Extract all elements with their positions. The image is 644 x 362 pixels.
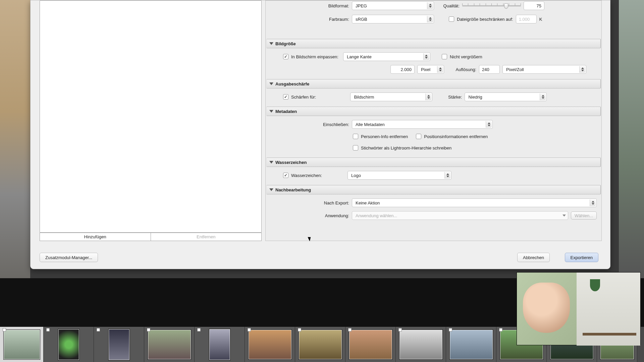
thumbnail[interactable] [195,327,245,362]
quality-slider[interactable] [462,2,521,9]
choose-application-button: Wählen... [571,212,597,220]
quality-label: Qualität: [443,3,460,8]
thumbnail[interactable] [295,327,345,362]
watermark-select[interactable]: Logo [347,171,451,180]
sharpen-amount-select[interactable]: Niedrig [465,93,547,101]
keyword-hierarchy-label: Stichwörter als Lightroom-Hierarchie sch… [361,145,451,150]
section-header-metadata[interactable]: Metadaten [266,107,601,116]
after-export-label: Nach Export: [270,200,349,205]
resolution-label: Auflösung: [447,67,476,72]
cancel-button[interactable]: Abbrechen [517,253,550,262]
export-dialog: Hinzufügen Entfernen Bildformat: JPEG Qu… [30,0,610,269]
thumbnail[interactable] [245,327,295,362]
fit-checkbox[interactable] [283,54,288,59]
remove-location-label: Positionsinformationen entfernen [424,134,488,139]
resolution-unit-select[interactable]: Pixel/Zoll [502,65,586,74]
limit-size-label: Dateigröße beschränken auf: [457,17,513,22]
application-combo: Anwendung wählen... [352,211,568,220]
sharpen-for-label: Schärfen für: [291,95,316,100]
webcam-overlay [517,272,641,345]
preset-panel: Hinzufügen Entfernen [40,0,262,241]
thumbnail[interactable] [94,327,144,362]
limit-size-field: 1.000 [516,15,537,23]
watermark-label: Wasserzeichen: [291,173,322,178]
metadata-include-label: Einschließen: [270,122,349,127]
fit-select[interactable]: Lange Kante [343,52,430,61]
colorspace-select[interactable]: sRGB [352,15,434,23]
add-preset-button[interactable]: Hinzufügen [40,233,151,241]
keyword-hierarchy-checkbox[interactable] [353,145,358,150]
limit-size-unit: K [539,17,542,22]
sharpen-amount-label: Stärke: [442,95,462,100]
remove-location-checkbox[interactable] [416,134,421,139]
thumbnail[interactable] [44,327,94,362]
thumbnail[interactable] [446,327,496,362]
limit-size-checkbox[interactable] [449,16,454,22]
thumbnail[interactable] [396,327,446,362]
disclosure-icon [269,161,273,164]
quality-field[interactable]: 75 [524,1,544,10]
disclosure-icon [269,188,273,191]
section-header-watermark[interactable]: Wasserzeichen [266,158,601,167]
section-header-size[interactable]: Bildgröße [266,39,601,48]
export-button[interactable]: Exportieren [565,253,598,262]
colorspace-label: Farbraum: [270,17,349,22]
sharpen-checkbox[interactable] [283,94,288,100]
thumbnail[interactable] [0,327,44,362]
noenlarge-label: Nicht vergrößern [450,54,482,59]
remove-preset-button: Entfernen [151,233,262,241]
remove-person-label: Personen-Info entfernen [361,134,408,139]
dimension-unit-select[interactable]: Pixel [417,65,444,74]
after-export-select[interactable]: Keine Aktion [352,198,597,207]
metadata-include-select[interactable]: Alle Metadaten [352,120,493,129]
format-label: Bildformat: [270,3,349,8]
disclosure-icon [269,42,273,45]
section-header-sharpen[interactable]: Ausgabeschärfe [266,79,601,88]
sharpen-for-select[interactable]: Bildschirm [350,93,432,101]
noenlarge-checkbox[interactable] [442,54,447,59]
settings-panel: Bildformat: JPEG Qualität: 75 Farbraum: … [265,0,602,241]
fit-label: In Bildschirm einpassen: [291,54,338,59]
format-select[interactable]: JPEG [352,1,434,10]
thumbnail[interactable] [345,327,396,362]
watermark-checkbox[interactable] [283,173,288,178]
disclosure-icon [269,110,273,113]
preset-list[interactable] [40,0,262,233]
thumbnail[interactable] [144,327,195,362]
section-header-post[interactable]: Nachbearbeitung [266,185,601,194]
application-label: Anwendung: [270,213,349,218]
remove-person-checkbox[interactable] [353,134,358,139]
disclosure-icon [269,82,273,85]
dimension-field[interactable]: 2.000 [390,65,415,74]
resolution-field[interactable]: 240 [479,65,500,74]
plugin-manager-button[interactable]: Zusatzmodul-Manager... [40,253,98,262]
